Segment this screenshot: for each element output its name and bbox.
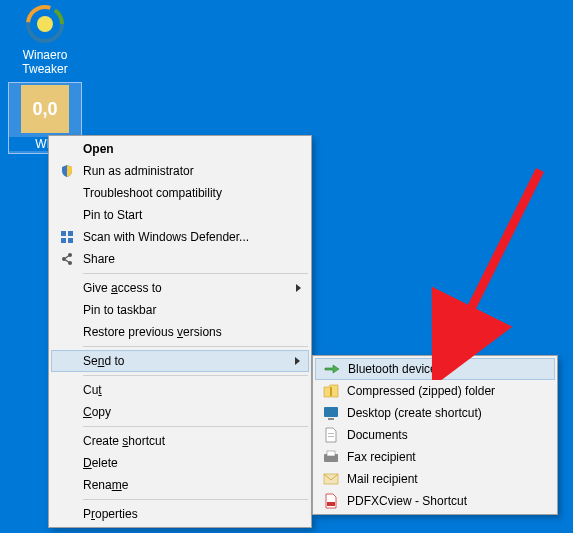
svg-rect-5 xyxy=(68,231,73,236)
menu-separator xyxy=(83,499,308,500)
blank-icon xyxy=(55,324,79,340)
submenu-item-bluetooth[interactable]: Bluetooth device xyxy=(315,358,555,380)
zip-folder-icon xyxy=(319,383,343,399)
menu-label: Rename xyxy=(83,478,281,492)
menu-label: Copy xyxy=(83,405,281,419)
blank-icon xyxy=(55,302,79,318)
svg-rect-21 xyxy=(327,502,335,506)
menu-label: Scan with Windows Defender... xyxy=(83,230,281,244)
menu-label: Cut xyxy=(83,383,281,397)
menu-label: Create shortcut xyxy=(83,434,281,448)
blank-icon xyxy=(55,207,79,223)
submenu-item-pdfxcview[interactable]: PDFXCview - Shortcut xyxy=(315,490,555,512)
menu-item-open[interactable]: Open xyxy=(51,138,309,160)
menu-item-create-shortcut[interactable]: Create shortcut xyxy=(51,430,309,452)
submenu-label: Documents xyxy=(347,428,527,442)
svg-rect-19 xyxy=(327,451,335,456)
menu-label: Delete xyxy=(83,456,281,470)
menu-separator xyxy=(83,426,308,427)
blank-icon xyxy=(55,353,79,369)
shield-icon xyxy=(55,163,79,179)
submenu-label: Desktop (create shortcut) xyxy=(347,406,527,420)
submenu-label: PDFXCview - Shortcut xyxy=(347,494,527,508)
menu-item-copy[interactable]: Copy xyxy=(51,401,309,423)
svg-rect-14 xyxy=(324,407,338,417)
menu-label: Pin to taskbar xyxy=(83,303,281,317)
svg-rect-13 xyxy=(330,387,332,396)
menu-label: Pin to Start xyxy=(83,208,281,222)
mail-icon xyxy=(319,471,343,487)
blank-icon xyxy=(55,477,79,493)
menu-item-restore-previous-versions[interactable]: Restore previous versions xyxy=(51,321,309,343)
desktop-icon-label: Winaero Tweaker xyxy=(8,48,82,76)
menu-separator xyxy=(83,346,308,347)
sendto-submenu: Bluetooth device Compressed (zipped) fol… xyxy=(312,355,558,515)
blank-icon xyxy=(55,185,79,201)
documents-icon xyxy=(319,427,343,443)
menu-item-rename[interactable]: Rename xyxy=(51,474,309,496)
blank-icon xyxy=(55,382,79,398)
submenu-label: Mail recipient xyxy=(347,472,527,486)
menu-separator xyxy=(83,273,308,274)
blank-icon xyxy=(55,433,79,449)
menu-label: Troubleshoot compatibility xyxy=(83,186,281,200)
desktop-icon xyxy=(319,405,343,421)
menu-item-pin-to-start[interactable]: Pin to Start xyxy=(51,204,309,226)
annotation-arrow xyxy=(430,160,560,380)
submenu-item-fax[interactable]: Fax recipient xyxy=(315,446,555,468)
share-icon xyxy=(55,251,79,267)
menu-label: Properties xyxy=(83,507,281,521)
menu-label: Give access to xyxy=(83,281,281,295)
svg-line-12 xyxy=(66,260,69,262)
svg-point-3 xyxy=(37,16,53,32)
submenu-item-mail[interactable]: Mail recipient xyxy=(315,468,555,490)
menu-item-run-as-admin[interactable]: Run as administrator xyxy=(51,160,309,182)
svg-rect-4 xyxy=(61,231,66,236)
svg-rect-7 xyxy=(68,238,73,243)
menu-item-share[interactable]: Share xyxy=(51,248,309,270)
windows-defender-icon xyxy=(55,229,79,245)
svg-line-22 xyxy=(448,170,540,355)
submenu-item-desktop-shortcut[interactable]: Desktop (create shortcut) xyxy=(315,402,555,424)
svg-line-11 xyxy=(66,256,69,258)
svg-rect-6 xyxy=(61,238,66,243)
menu-item-scan-defender[interactable]: Scan with Windows Defender... xyxy=(51,226,309,248)
svg-rect-15 xyxy=(328,418,334,420)
winaero-icon xyxy=(25,4,65,44)
menu-label: Run as administrator xyxy=(83,164,281,178)
svg-rect-16 xyxy=(328,433,334,434)
file-thumbnail: 0,0 xyxy=(21,85,69,133)
submenu-item-compressed[interactable]: Compressed (zipped) folder xyxy=(315,380,555,402)
menu-item-send-to[interactable]: Send to xyxy=(51,350,309,372)
submenu-label: Fax recipient xyxy=(347,450,527,464)
submenu-arrow-icon xyxy=(296,284,301,292)
menu-item-properties[interactable]: Properties xyxy=(51,503,309,525)
arrow-right-icon xyxy=(320,361,344,377)
submenu-arrow-icon xyxy=(295,357,300,365)
menu-item-pin-to-taskbar[interactable]: Pin to taskbar xyxy=(51,299,309,321)
desktop-icon-winaero-tweaker[interactable]: Winaero Tweaker xyxy=(8,4,82,76)
submenu-label: Compressed (zipped) folder xyxy=(347,384,527,398)
menu-item-give-access-to[interactable]: Give access to xyxy=(51,277,309,299)
menu-label: Restore previous versions xyxy=(83,325,281,339)
menu-item-troubleshoot[interactable]: Troubleshoot compatibility xyxy=(51,182,309,204)
pdf-icon xyxy=(319,493,343,509)
menu-label: Send to xyxy=(83,354,281,368)
menu-separator xyxy=(83,375,308,376)
blank-icon xyxy=(55,404,79,420)
menu-item-delete[interactable]: Delete xyxy=(51,452,309,474)
blank-icon xyxy=(55,506,79,522)
menu-item-cut[interactable]: Cut xyxy=(51,379,309,401)
submenu-item-documents[interactable]: Documents xyxy=(315,424,555,446)
svg-rect-17 xyxy=(328,436,334,437)
context-menu: Open Run as administrator Troubleshoot c… xyxy=(48,135,312,528)
blank-icon xyxy=(55,455,79,471)
submenu-label: Bluetooth device xyxy=(348,362,527,376)
blank-icon xyxy=(55,280,79,296)
fax-icon xyxy=(319,449,343,465)
menu-label: Open xyxy=(83,142,281,156)
menu-label: Share xyxy=(83,252,281,266)
blank-icon xyxy=(55,141,79,157)
